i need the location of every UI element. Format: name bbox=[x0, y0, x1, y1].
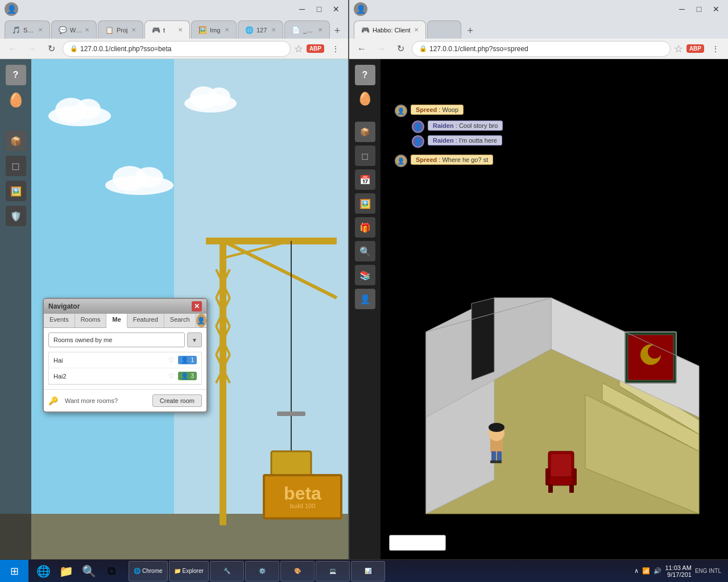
taskbar-explorer-icon[interactable]: 📁 bbox=[56, 561, 76, 581]
taskbar-app-misc4[interactable]: 💻 bbox=[316, 561, 350, 581]
tab-close-127[interactable]: ✕ bbox=[271, 27, 276, 33]
taskbar-app-misc2[interactable]: ⚙️ bbox=[245, 561, 279, 581]
habbo-search-icon[interactable]: 🔍 bbox=[355, 241, 375, 261]
sidebar-left: ? 🥚 📦 ◻ 🖼️ 🛡️ bbox=[0, 59, 31, 559]
tab-close-game[interactable]: ✕ bbox=[178, 27, 183, 33]
photo-icon[interactable]: 🖼️ bbox=[6, 181, 26, 201]
habbo-crate-icon[interactable]: 📦 bbox=[355, 122, 375, 142]
nav-tab-featured[interactable]: Featured bbox=[127, 314, 164, 327]
bookmark-star-left[interactable]: ☆ bbox=[294, 43, 303, 55]
url-bar-right[interactable]: 🔒 127.0.0.1/client.php?sso=spreed bbox=[412, 41, 671, 57]
habbo-gift-icon[interactable]: 🎁 bbox=[355, 217, 375, 238]
habbo-photo-icon[interactable]: 🖼️ bbox=[355, 193, 375, 214]
room-item-hai2[interactable]: Hai2 ♡ 👤 3 bbox=[49, 368, 201, 384]
taskbar-app-chrome[interactable]: 🌐Chrome bbox=[129, 561, 168, 581]
close-button-left[interactable]: ✕ bbox=[329, 2, 344, 16]
tab-close-proj[interactable]: ✕ bbox=[131, 27, 136, 33]
menu-button-right[interactable]: ⋮ bbox=[708, 41, 723, 57]
taskbar-cortana-icon[interactable]: 🔍 bbox=[78, 561, 99, 581]
tab-127[interactable]: 🌐 127 ✕ bbox=[238, 20, 283, 39]
habbo-avatar-icon[interactable]: 👤 bbox=[355, 289, 375, 309]
taskbar-app-misc1[interactable]: 🔧 bbox=[210, 561, 244, 581]
coins-icon[interactable]: 🥚 bbox=[6, 90, 26, 110]
chat-input-field[interactable] bbox=[389, 535, 446, 551]
chat-bubble-2: 👤 Raiden : Cool story bro bbox=[395, 120, 503, 133]
room-name-hai: Hai bbox=[53, 357, 168, 364]
chat-name-3: Raiden bbox=[433, 137, 454, 144]
habbo-calendar-icon[interactable]: 📅 bbox=[355, 169, 375, 190]
new-tab-button-left[interactable]: + bbox=[331, 23, 344, 39]
chat-input-area bbox=[389, 535, 446, 551]
tab-habbo[interactable]: 🎮 Habbo: Client ✕ bbox=[354, 20, 426, 39]
forward-button-left[interactable]: → bbox=[24, 41, 40, 57]
minimize-button-left[interactable]: ─ bbox=[295, 2, 309, 16]
url-bar-left[interactable]: 🔒 127.0.0.1/client.php?sso=beta bbox=[63, 41, 291, 57]
reload-button-right[interactable]: ↻ bbox=[392, 41, 408, 57]
room-item-hai[interactable]: Hai ♡ 👤 1 bbox=[49, 352, 201, 368]
svg-point-5 bbox=[208, 88, 230, 106]
tab-game[interactable]: 🎮 t ✕ bbox=[144, 20, 190, 39]
habbo-coins-icon[interactable]: 🥚 bbox=[355, 89, 375, 109]
new-tab-button-right[interactable]: + bbox=[462, 23, 478, 39]
forward-button-right[interactable]: → bbox=[373, 41, 389, 57]
minimize-button-right[interactable]: ─ bbox=[675, 2, 689, 16]
maximize-button-left[interactable]: □ bbox=[312, 2, 326, 16]
tab-wha[interactable]: 💬 Wha ✕ bbox=[51, 20, 97, 39]
tab-favicon-habbo: 🎮 bbox=[361, 26, 369, 34]
reload-button-left[interactable]: ↻ bbox=[43, 41, 59, 57]
clock-time: 11:03 AM bbox=[665, 564, 691, 571]
dropdown-arrow-button[interactable]: ▼ bbox=[187, 332, 202, 347]
adblock-button-left[interactable]: ABP bbox=[307, 44, 324, 53]
square-icon[interactable]: ◻ bbox=[6, 156, 26, 176]
inventory-icon[interactable]: 📦 bbox=[6, 131, 26, 151]
tab-proj[interactable]: 📋 Proj ✕ bbox=[98, 20, 143, 39]
taskbar-app-explorer[interactable]: 📁Explorer bbox=[169, 561, 209, 581]
tab-close-wha[interactable]: ✕ bbox=[85, 27, 89, 33]
habbo-book-icon[interactable]: 📚 bbox=[355, 265, 375, 285]
shield-icon[interactable]: 🛡️ bbox=[6, 206, 26, 226]
chat-avatar-raiden1: 👤 bbox=[412, 120, 424, 133]
taskbar-app-misc3[interactable]: 🎨 bbox=[280, 561, 315, 581]
room-favorite-hai[interactable]: ♡ bbox=[168, 356, 175, 364]
volume-icon[interactable]: 🔊 bbox=[653, 567, 661, 575]
svg-marker-32 bbox=[471, 298, 494, 380]
tab-close-skyp[interactable]: ✕ bbox=[38, 27, 43, 33]
tab-close-eve[interactable]: ✕ bbox=[318, 27, 322, 33]
bookmark-star-right[interactable]: ☆ bbox=[674, 43, 683, 55]
nav-tab-events[interactable]: Events bbox=[44, 314, 75, 327]
taskbar-ie-icon[interactable]: 🌐 bbox=[33, 561, 53, 581]
navigator-settings-icon[interactable]: 👤 bbox=[196, 314, 206, 327]
svg-rect-40 bbox=[491, 451, 496, 462]
tab-eve[interactable]: 📄 _eve ✕ bbox=[284, 20, 330, 39]
tab-close-habbo[interactable]: ✕ bbox=[414, 27, 419, 33]
nav-tab-search[interactable]: Search bbox=[164, 314, 196, 327]
rooms-dropdown[interactable]: Rooms owned by meRooms I visitedRooms I … bbox=[48, 332, 185, 347]
tab-empty[interactable] bbox=[427, 20, 461, 39]
navigator-close-button[interactable]: ✕ bbox=[192, 301, 202, 311]
adblock-button-right[interactable]: ABP bbox=[686, 44, 704, 53]
taskbar-clock: 11:03 AM 9/17/201 bbox=[665, 564, 691, 578]
help-icon[interactable]: ? bbox=[6, 65, 26, 85]
chat-name-2: Raiden bbox=[433, 122, 454, 129]
taskbar-app-misc5[interactable]: 📊 bbox=[351, 561, 385, 581]
close-button-right[interactable]: ✕ bbox=[709, 2, 723, 16]
taskbar-taskview-icon[interactable]: ⧉ bbox=[101, 561, 122, 581]
start-button[interactable]: ⊞ bbox=[0, 560, 28, 583]
tab-skyp[interactable]: 🎵 Skyp ✕ bbox=[5, 20, 50, 39]
back-button-left[interactable]: ← bbox=[5, 41, 20, 57]
back-button-right[interactable]: ← bbox=[354, 41, 370, 57]
room-name-hai2: Hai2 bbox=[53, 373, 168, 380]
nav-tab-rooms[interactable]: Rooms bbox=[75, 314, 107, 327]
tab-close-img[interactable]: ✕ bbox=[225, 27, 229, 33]
chat-name-1: Spreed bbox=[416, 106, 437, 113]
create-room-button[interactable]: Create room bbox=[152, 394, 202, 407]
maximize-button-right[interactable]: □ bbox=[692, 2, 706, 16]
tab-img[interactable]: 🖼️ Img ✕ bbox=[191, 20, 237, 39]
svg-rect-48 bbox=[572, 468, 577, 485]
menu-button-left[interactable]: ⋮ bbox=[328, 41, 344, 57]
room-favorite-hai2[interactable]: ♡ bbox=[168, 372, 175, 380]
nav-tab-me[interactable]: Me bbox=[106, 314, 127, 328]
habbo-help-icon[interactable]: ? bbox=[355, 65, 375, 85]
habbo-frame-icon[interactable]: ◻ bbox=[355, 146, 375, 166]
systray-arrow[interactable]: ∧ bbox=[634, 567, 639, 575]
